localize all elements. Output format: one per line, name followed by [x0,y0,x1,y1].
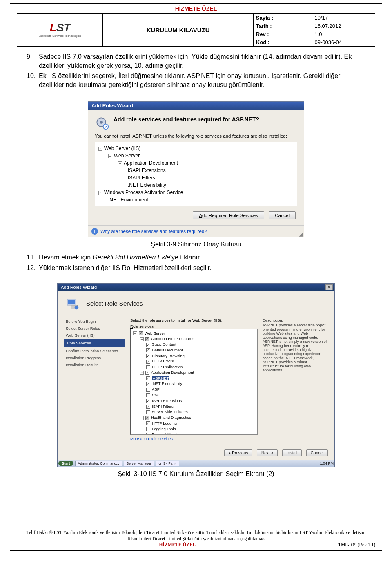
footer-rev: TMP-009 (Rev 1.1) [338,542,375,547]
meta-code-label: Kod : [254,38,312,46]
step-12: 12. Yüklenmek istenen diğer IIS Rol Hizm… [27,264,365,273]
role-item[interactable]: CGI [133,392,255,398]
step-text: Yüklenmek istenen diğer IIS Rol Hizmetle… [39,264,365,273]
role-item[interactable]: −Application Development [133,370,255,376]
page-footer: Telif Hakkı © LST Yazılım Elektronik ve … [17,528,375,547]
role-item[interactable]: Default Document [133,347,255,353]
taskbar-item[interactable]: cnt9 - Paint [156,461,179,466]
roles-tree[interactable]: −Web Server −Common HTTP Features Static… [130,329,258,435]
tree-item: ISAPI Filters [98,174,294,181]
nav-results[interactable]: Installation Results [64,361,125,368]
help-link-row: i Why are these role services and featur… [88,225,304,237]
install-button[interactable]: Install [282,449,302,456]
wizard-buttons: < Previous Next > Install Cancel [58,446,334,460]
nav-progress[interactable]: Installation Progress [64,354,125,361]
dependency-tree: −Web Server (IIS) −Web Server −Applicati… [95,142,297,206]
doc-title: KURULUM KILAVUZU [103,14,253,47]
meta-rev-label: Rev : [254,30,312,38]
previous-button[interactable]: < Previous [224,449,253,456]
meta-cell: Sayfa :10/17 Tarih :16.07.2012 Rev :1.0 … [253,14,375,47]
role-item[interactable]: Directory Browsing [133,353,255,359]
role-item[interactable]: Logging Tools [133,426,255,432]
next-button[interactable]: Next > [257,449,278,456]
cancel-button[interactable]: Cancel [269,211,296,219]
more-about-link[interactable]: More about role services [130,435,258,443]
description-label: Description: [263,318,328,322]
add-roles-wizard-dialog: Add Roles Wizard ? Add role services and… [88,101,304,237]
svg-rect-5 [68,300,75,304]
role-item[interactable]: Request Monitor [133,432,255,434]
role-item[interactable]: −Health and Diagnostics [133,415,255,420]
step-text: Ek IIS özelliklerini seçerek, İleri düğm… [39,72,365,89]
role-item[interactable]: HTTP Errors [133,358,255,364]
logo-text: LST [39,22,81,34]
select-instruction: Select the role services to install for … [130,318,258,322]
role-item[interactable]: HTTP Redirection [133,364,255,370]
svg-point-1 [100,121,103,124]
step-9: 9. Sadece IIS 7.0 varsayılan özellikleri… [27,52,365,70]
add-required-button[interactable]: Add Required Role Services [193,211,264,219]
step-text: Devam etmek için Gerekli Rol Hizmetleri … [39,253,365,262]
classification-mark: HİZMETE ÖZEL [10,4,382,13]
role-item[interactable]: ISAPI Extensions [133,398,255,404]
nav-web-server-iis[interactable]: Web Server (IIS) [64,332,125,339]
meta-code-val: 09-0036-04 [312,38,375,46]
role-item[interactable]: ASP [133,387,255,392]
taskbar-item[interactable]: Server Manager [124,461,154,466]
dialog-title: Add Roles Wizard [61,285,97,290]
role-item[interactable]: ISAPI Filters [133,404,255,409]
step-number: 10. [27,72,39,89]
role-item[interactable]: Server Side Includes [133,409,255,415]
dialog-title: Add Roles Wizard [88,102,304,110]
role-item[interactable]: −Common HTTP Features [133,336,255,342]
logo: LST Locksmith Software Technologies [39,22,81,37]
start-button[interactable]: Start [58,461,74,466]
dialog-description: You cannot install ASP.NET unless the fo… [95,134,297,139]
role-item[interactable]: HTTP Logging [133,420,255,426]
role-item[interactable]: Static Content [133,342,255,347]
nav-select-server-roles[interactable]: Select Server Roles [64,325,125,332]
svg-point-7 [75,305,79,309]
step-11: 11. Devam etmek için Gerekli Rol Hizmetl… [27,253,365,262]
step-number: 11. [27,253,39,262]
nav-confirm[interactable]: Confirm Installation Selections [64,347,125,354]
help-link[interactable]: Why are these role services and features… [100,229,207,234]
role-item[interactable]: .NET Extensibility [133,381,255,387]
close-button[interactable]: ✕ [325,284,333,290]
tree-item: −Web Server [98,152,294,159]
logo-cell: LST Locksmith Software Technologies [17,14,103,47]
tree-item: ISAPI Extensions [98,167,294,174]
header-table: LST Locksmith Software Technologies KURU… [17,13,375,47]
cancel-button[interactable]: Cancel [306,449,328,456]
nav-role-services[interactable]: Role Services [64,339,125,347]
content-area-2: 11. Devam etmek için Gerekli Rol Hizmetl… [10,253,382,277]
page-frame: HİZMETE ÖZEL LST Locksmith Software Tech… [10,3,382,551]
footer-classification: HİZMETE ÖZEL [159,542,196,547]
description-panel: Description: ASP.NET provides a server s… [263,318,328,443]
description-text: ASP.NET provides a server side object or… [263,323,328,372]
server-icon [65,296,80,311]
tree-item: .NET Environment [98,196,294,203]
resize-grip-icon[interactable]: ◢ [299,231,303,237]
role-item[interactable]: −Web Server [133,331,255,336]
logo-subtitle: Locksmith Software Technologies [39,34,81,37]
tree-item: −Application Development [98,159,294,167]
meta-date-label: Tarih : [254,22,312,30]
select-role-services-dialog: Add Roles Wizard ✕ Select Role Services … [57,283,335,467]
role-item[interactable]: ASP.NET [133,376,255,381]
figure-caption-2: Şekil 3-10 IIS 7.0 Kurulum Özellikleri S… [10,470,382,478]
taskbar-clock: 1:04 PM [320,461,334,465]
content-area: 9. Sadece IIS 7.0 varsayılan özellikleri… [10,47,382,94]
roles-label: Role services: [130,324,258,329]
tree-item: .NET Extensibility [98,181,294,189]
tree-item: −Web Server (IIS) [98,145,294,152]
step-10: 10. Ek IIS özelliklerini seçerek, İleri … [27,72,365,89]
copyright-text: Telif Hakkı © LST Yazılım Elektronik ve … [17,530,375,541]
meta-page-val: 10/17 [312,14,375,22]
dialog-heading: Select Role Services [86,300,143,307]
svg-text:?: ? [105,125,107,129]
taskbar: Start Administrator: Command... Server M… [58,460,334,467]
step-text: Sadece IIS 7.0 varsayılan özelliklerini … [39,52,365,70]
nav-before-you-begin[interactable]: Before You Begin [64,318,125,325]
taskbar-item[interactable]: Administrator: Command... [75,461,122,466]
